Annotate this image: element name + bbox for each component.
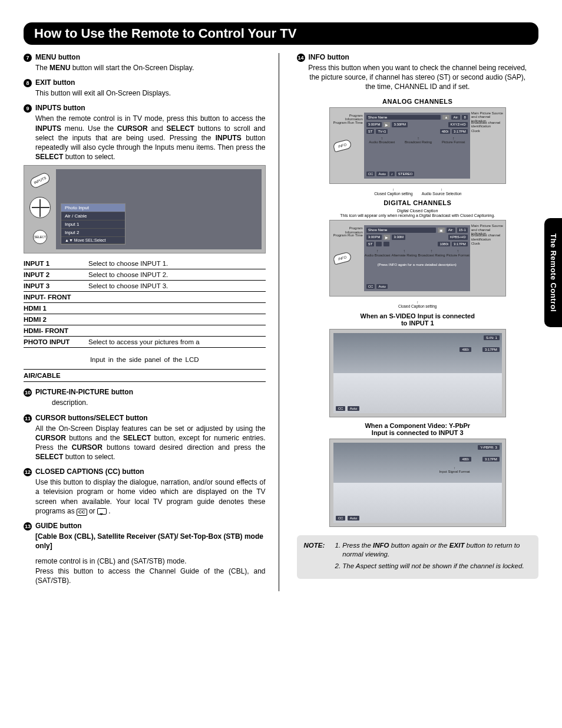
digital-diagram: Program Information Program Run Time Mai…: [329, 220, 506, 297]
item-title: EXIT button: [35, 78, 75, 87]
item-title: GUIDE button: [35, 522, 82, 530]
table-row: INPUT- FRONT: [24, 292, 266, 303]
table-row: HDMI 2: [24, 314, 266, 325]
num-badge: 14: [297, 54, 305, 62]
page-title-bar: How to Use the Remote to Control Your TV: [24, 22, 538, 45]
note-box: NOTE: Press the INFO button again or the…: [297, 535, 539, 579]
item-cc-button: 12 CLOSED CAPTIONS (CC) button Use this …: [24, 467, 266, 516]
item-title: PICTURE-IN-PICTURE button: [35, 388, 133, 396]
item-info-button: 14 INFO button Press this button when yo…: [297, 53, 539, 92]
info-remote-icon: INFO: [332, 252, 352, 265]
table-row: INPUT 1Select to choose INPUT 1.: [24, 258, 266, 269]
inputs-remote-icon: INPUTS: [29, 172, 51, 190]
inputs-menu-list: Photo Input Air / Cable Input 1 Input 2 …: [61, 203, 125, 245]
table-row: PHOTO INPUTSelect to access your picture…: [24, 337, 266, 348]
info-remote-icon: INFO: [332, 139, 352, 152]
analog-diagram: Program Information Program Run Time Mai…: [329, 107, 506, 184]
item-title: INFO button: [309, 53, 349, 61]
svideo-heading: When an S-VIDEO Input is connectedto INP…: [297, 312, 539, 327]
table-row: INPUT 3Select to choose INPUT 3.: [24, 281, 266, 292]
component-diagram: INFO Y-PBPR: 3 480i 3:17PM ↑Input Signal…: [329, 439, 506, 527]
item-menu-button: 7 MENU button The MENU button will start…: [24, 53, 266, 73]
inputs-menu-screenshot: INPUTS SELECT Photo Input Air / Cable In…: [24, 165, 266, 253]
component-heading: When a Component Video: Y-PbPrInput is c…: [297, 422, 539, 436]
num-badge: 10: [24, 388, 32, 397]
input-note: Input in the side panel of the LCD: [24, 356, 266, 363]
analog-heading: ANALOG CHANNELS: [297, 98, 539, 105]
cc-badge-icon: CC: [77, 509, 87, 516]
item-exit-button: 8 EXIT button This button will exit all …: [24, 78, 266, 98]
inputs-table: INPUT 1Select to choose INPUT 1.INPUT 2S…: [24, 258, 266, 348]
analog-bottom-labels: ↑Closed Caption setting ↑Audio Source Se…: [297, 187, 539, 196]
svideo-diagram: INFO S-IN: 1 480i 3:17PM CC Auto: [329, 329, 506, 417]
page-title: How to Use the Remote to Control Your TV: [34, 26, 528, 41]
item-pip-button: 10 PICTURE-IN-PICTURE button description…: [24, 388, 266, 407]
digital-heading: DIGITAL CHANNELS: [297, 199, 539, 206]
item-title: INPUTS button: [35, 104, 85, 112]
note-title: NOTE:: [304, 541, 325, 574]
table-row: HDMI- FRONT: [24, 325, 266, 337]
item-title: CLOSED CAPTIONS (CC) button: [35, 467, 144, 476]
num-badge: 12: [24, 468, 32, 476]
digital-subheading: Digital Closed CaptionThis icon will app…: [297, 209, 539, 218]
item-title: CURSOR buttons/SELECT button: [35, 414, 148, 422]
dpad-icon: [29, 197, 51, 218]
select-remote-icon: SELECT: [33, 230, 47, 244]
air-cable-row: AIR/CABLE: [24, 369, 266, 382]
item-inputs-button: 9 INPUTS button When the remote control …: [24, 104, 266, 382]
num-badge: 8: [24, 79, 32, 87]
table-row: INPUT 2Select to choose INPUT 2.: [24, 269, 266, 281]
item-cursor-select-button: 11 CURSOR buttons/SELECT button All the …: [24, 414, 266, 462]
table-row: HDMI 1: [24, 303, 266, 314]
item-title: MENU button: [35, 53, 80, 61]
item-guide-button: 13 GUIDE button [Cable Box (CBL), Satell…: [24, 522, 266, 585]
speech-bubble-icon: [97, 508, 107, 515]
section-tab: The Remote Control: [544, 218, 562, 327]
num-badge: 9: [24, 104, 32, 113]
num-badge: 11: [24, 414, 32, 423]
num-badge: 7: [24, 54, 32, 62]
num-badge: 13: [24, 522, 32, 531]
